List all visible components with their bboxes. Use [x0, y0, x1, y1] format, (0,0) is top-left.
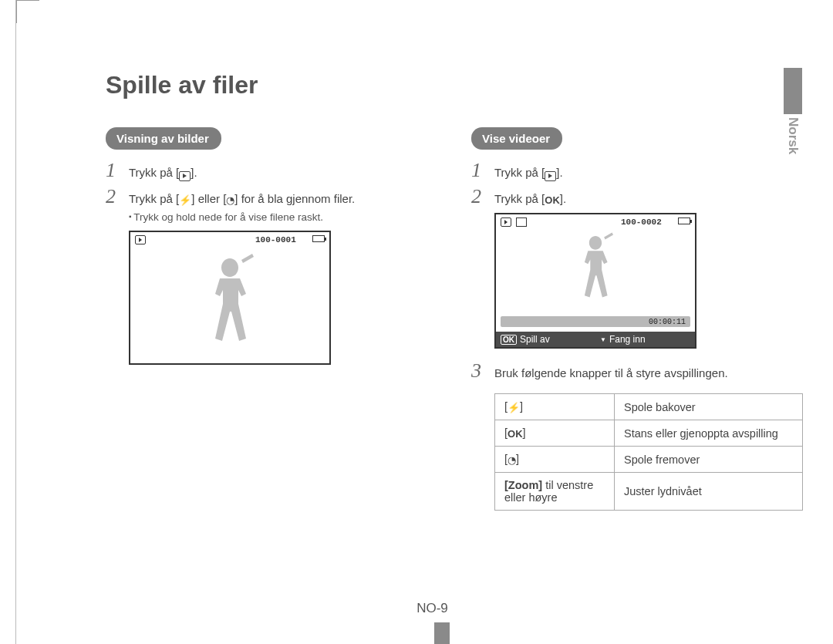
down-icon: ▼	[600, 336, 606, 343]
video-time: 00:00:11	[649, 318, 686, 326]
cell-forward: Spole fremover	[615, 447, 803, 473]
manual-page: Norsk Spille av filer Visning av bilder …	[15, 0, 833, 644]
cell-rewind: Spole bakover	[615, 394, 803, 420]
lcd-status-bar: 100-0001	[130, 232, 329, 248]
lcd-image-area	[130, 248, 329, 363]
side-accent-block	[784, 68, 802, 114]
ok-button-icon: OK	[508, 428, 523, 440]
lcd-softkeys: OKSpill av ▼Fang inn	[496, 332, 695, 347]
ok-button-icon: OK	[545, 193, 560, 208]
table-row: [Zoom] til venstre eller høyre Juster ly…	[495, 473, 803, 511]
step-3v: 3 Bruk følgende knapper til å styre avsp…	[471, 359, 795, 383]
timer-icon: ◔	[226, 193, 234, 208]
table-row: [⚡] Spole bakover	[495, 394, 803, 420]
battery-icon	[312, 235, 325, 242]
file-counter: 100-0001	[255, 235, 296, 244]
step-1v: 1 Trykk på [].	[471, 159, 795, 182]
crop-mark-icon	[16, 0, 39, 23]
step-2: 2 Trykk på [⚡] eller [◔] for å bla gjenn…	[106, 185, 430, 208]
playback-icon	[545, 171, 556, 181]
lcd-video-area	[496, 230, 695, 315]
page-number: NO-9	[16, 601, 833, 616]
step-1: 1 Trykk på [].	[106, 159, 430, 182]
column-videos: Vise videoer 1 Trykk på []. 2 Trykk på […	[471, 127, 795, 511]
controls-table: [⚡] Spole bakover [OK] Stans eller gjeno…	[494, 393, 803, 511]
video-progress-bar: 00:00:11	[501, 316, 690, 327]
lcd-status-bar-v: 100-0002	[496, 214, 695, 230]
steps-videos: 1 Trykk på []. 2 Trykk på [OK].	[471, 159, 795, 208]
content-columns: Visning av bilder 1 Trykk på []. 2 Trykk…	[106, 127, 802, 511]
playback-icon	[179, 171, 191, 181]
video-mode-icon	[516, 217, 527, 227]
person-silhouette-icon	[195, 252, 265, 360]
table-row: [OK] Stans eller gjenoppta avspilling	[495, 420, 803, 447]
softkey-play: OKSpill av	[496, 332, 595, 347]
column-images: Visning av bilder 1 Trykk på []. 2 Trykk…	[106, 127, 430, 511]
step-3-text: Bruk følgende knapper til å styre avspil…	[494, 365, 728, 383]
person-silhouette-icon	[568, 231, 623, 312]
page-accent-block	[434, 622, 450, 644]
playback-mode-icon	[501, 217, 511, 227]
page-title: Spille av filer	[106, 71, 802, 99]
section-label-videos: Vise videoer	[471, 127, 562, 150]
lcd-preview-video: 100-0002 00:00:11 OKSpill av ▼Fang inn	[494, 213, 696, 349]
language-tab: Norsk	[784, 68, 802, 154]
flash-icon: ⚡	[179, 193, 191, 208]
flash-icon: ⚡	[508, 402, 520, 413]
lcd-preview-image: 100-0001	[129, 231, 331, 365]
battery-icon	[678, 217, 690, 224]
language-label: Norsk	[785, 117, 801, 154]
steps-videos-3: 3 Bruk følgende knapper til å styre avsp…	[471, 359, 795, 383]
table-row: [◔] Spole fremover	[495, 447, 803, 473]
cell-volume: Juster lydnivået	[615, 473, 803, 511]
steps-images: 1 Trykk på []. 2 Trykk på [⚡] eller [◔] …	[106, 159, 430, 208]
timer-icon: ◔	[508, 454, 516, 466]
section-label-images: Visning av bilder	[106, 127, 221, 150]
step-2v: 2 Trykk på [OK].	[471, 185, 795, 208]
playback-mode-icon	[135, 235, 146, 244]
softkey-capture: ▼Fang inn	[595, 332, 695, 347]
step-2-note: Trykk og hold nede for å vise filene ras…	[129, 211, 430, 223]
cell-pause: Stans eller gjenoppta avspilling	[615, 420, 803, 447]
file-counter-v: 100-0002	[621, 217, 662, 227]
